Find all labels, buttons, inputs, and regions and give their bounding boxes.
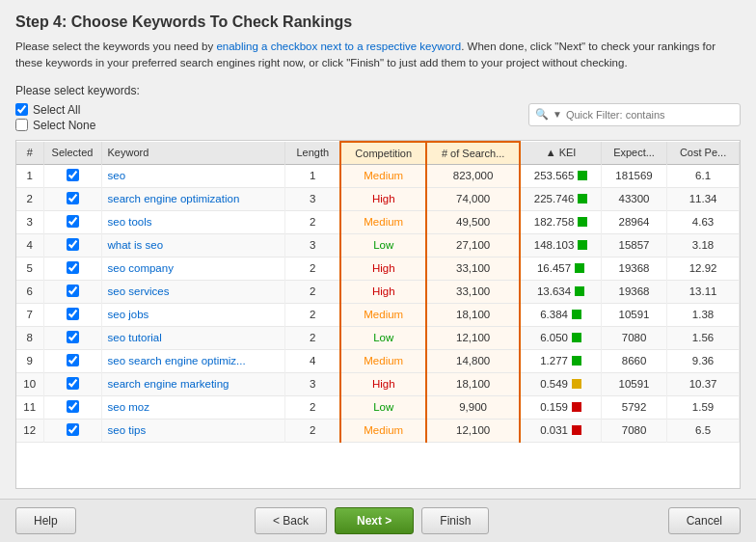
row-checkbox[interactable] <box>67 238 79 251</box>
cell-checkbox[interactable] <box>43 372 101 395</box>
row-checkbox[interactable] <box>67 285 79 297</box>
cell-num: 10 <box>16 372 43 395</box>
cell-checkbox[interactable] <box>43 210 101 233</box>
cell-competition: Medium <box>340 419 426 442</box>
cell-keyword: seo search engine optimiz... <box>101 349 285 372</box>
cell-num: 2 <box>16 187 43 210</box>
next-button[interactable]: Next > <box>335 507 414 534</box>
kei-dot <box>575 263 584 273</box>
select-none-item[interactable]: Select None <box>15 119 95 132</box>
cell-kei: 16.457 <box>520 257 601 280</box>
filter-dropdown[interactable]: ▼ <box>553 109 562 120</box>
keywords-table-wrapper: # Selected Keyword Length Competition # … <box>15 140 741 490</box>
cell-checkbox[interactable] <box>43 326 101 349</box>
finish-button[interactable]: Finish <box>421 507 489 534</box>
col-cost[interactable]: Cost Pe... <box>667 142 740 165</box>
cell-checkbox[interactable] <box>43 303 101 326</box>
footer-left: Help <box>15 507 76 534</box>
cell-searches: 14,800 <box>426 349 520 372</box>
col-keyword[interactable]: Keyword <box>101 142 285 165</box>
cell-competition: Medium <box>340 303 426 326</box>
cell-kei: 6.384 <box>520 303 601 326</box>
cell-searches: 823,000 <box>426 164 520 187</box>
cell-kei: 253.565 <box>520 164 601 187</box>
cell-keyword: what is seo <box>101 233 285 257</box>
filter-input[interactable] <box>566 109 734 121</box>
table-row: 3 seo tools 2 Medium 49,500 182.758 2896… <box>16 210 740 233</box>
cell-checkbox[interactable] <box>43 257 101 280</box>
cell-checkbox[interactable] <box>43 233 101 257</box>
select-none-checkbox[interactable] <box>15 119 28 131</box>
cancel-button[interactable]: Cancel <box>668 507 741 534</box>
cell-cost: 6.1 <box>667 164 740 187</box>
table-row: 8 seo tutorial 2 Low 12,100 6.050 7080 1… <box>16 326 740 349</box>
col-searches[interactable]: # of Search... <box>426 142 520 165</box>
cell-competition: Low <box>340 326 426 349</box>
select-all-label[interactable]: Select All <box>33 103 80 117</box>
cell-expected: 181569 <box>601 164 666 187</box>
kei-value: 13.634 <box>537 285 571 297</box>
cell-keyword: search engine optimization <box>101 187 285 210</box>
cell-checkbox[interactable] <box>43 349 101 372</box>
row-checkbox[interactable] <box>67 261 79 274</box>
search-icon: 🔍 <box>535 108 549 121</box>
row-checkbox[interactable] <box>67 169 79 181</box>
cell-keyword: seo services <box>101 280 285 303</box>
cell-length: 3 <box>285 187 341 210</box>
cell-keyword: seo tips <box>101 419 285 442</box>
select-all-checkbox[interactable] <box>15 103 28 116</box>
cell-cost: 1.56 <box>667 326 740 349</box>
cell-competition: High <box>340 280 426 303</box>
checkbox-group: Select All Select None <box>15 103 95 132</box>
cell-length: 2 <box>285 419 341 442</box>
cell-length: 3 <box>285 372 341 395</box>
cell-expected: 15857 <box>601 233 666 257</box>
row-checkbox[interactable] <box>67 308 79 320</box>
cell-cost: 13.11 <box>667 280 740 303</box>
cell-kei: 6.050 <box>520 326 601 349</box>
row-checkbox[interactable] <box>67 192 79 204</box>
cell-cost: 10.37 <box>667 372 740 395</box>
kei-value: 0.549 <box>540 378 568 390</box>
back-button[interactable]: < Back <box>255 507 327 534</box>
main-container: Step 4: Choose Keywords To Check Ranking… <box>0 0 756 499</box>
description: Please select the keywords you need by e… <box>15 39 741 72</box>
cell-length: 3 <box>285 233 341 257</box>
table-row: 12 seo tips 2 Medium 12,100 0.031 7080 6… <box>16 419 740 442</box>
cell-searches: 18,100 <box>426 303 520 326</box>
row-checkbox[interactable] <box>67 331 79 343</box>
cell-expected: 19368 <box>601 280 666 303</box>
col-num: # <box>16 142 43 165</box>
cell-kei: 0.159 <box>520 395 601 419</box>
table-row: 7 seo jobs 2 Medium 18,100 6.384 10591 1… <box>16 303 740 326</box>
row-checkbox[interactable] <box>67 354 79 366</box>
help-button[interactable]: Help <box>15 507 76 534</box>
cell-competition: Low <box>340 233 426 257</box>
cell-expected: 19368 <box>601 257 666 280</box>
cell-kei: 0.549 <box>520 372 601 395</box>
cell-num: 8 <box>16 326 43 349</box>
table-row: 10 search engine marketing 3 High 18,100… <box>16 372 740 395</box>
cell-expected: 7080 <box>601 419 666 442</box>
cell-checkbox[interactable] <box>43 187 101 210</box>
select-label: Please select keywords: <box>15 84 741 97</box>
cell-competition: High <box>340 257 426 280</box>
select-none-label[interactable]: Select None <box>33 119 95 132</box>
cell-checkbox[interactable] <box>43 419 101 442</box>
row-checkbox[interactable] <box>67 377 79 390</box>
col-expected[interactable]: Expect... <box>601 142 666 165</box>
col-competition[interactable]: Competition <box>340 142 426 165</box>
cell-expected: 10591 <box>601 372 666 395</box>
row-checkbox[interactable] <box>67 423 79 436</box>
row-checkbox[interactable] <box>67 400 79 413</box>
kei-value: 148.103 <box>534 239 575 251</box>
cell-checkbox[interactable] <box>43 164 101 187</box>
cell-length: 4 <box>285 349 341 372</box>
row-checkbox[interactable] <box>67 215 79 228</box>
cell-checkbox[interactable] <box>43 395 101 419</box>
table-row: 9 seo search engine optimiz... 4 Medium … <box>16 349 740 372</box>
select-all-item[interactable]: Select All <box>15 103 95 117</box>
col-kei[interactable]: ▲ KEI <box>520 142 601 165</box>
cell-checkbox[interactable] <box>43 280 101 303</box>
cell-kei: 0.031 <box>520 419 601 442</box>
